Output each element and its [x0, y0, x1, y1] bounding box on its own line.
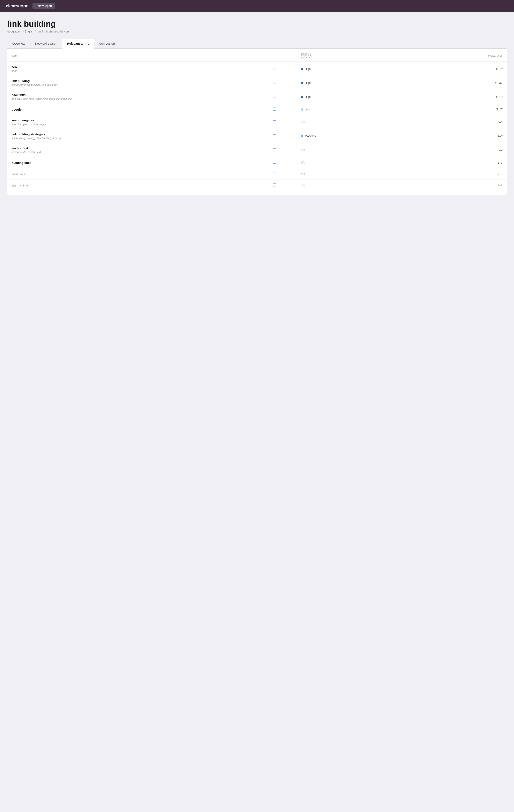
svg-rect-9 [273, 184, 276, 186]
svg-rect-0 [273, 67, 276, 70]
svg-rect-2 [273, 95, 276, 98]
term-name: link building strategies [11, 133, 263, 136]
chat-icon[interactable] [271, 67, 278, 71]
table-header-row: Term Headingpresence Typical uses [7, 49, 507, 62]
term-name: google [11, 108, 263, 111]
col-header-heading: Headingpresence [297, 49, 407, 62]
col-header-uses: Typical uses [407, 49, 507, 62]
tabs: Overview Keyword search Relevant terms C… [7, 39, 507, 49]
term-name: backlinks [11, 93, 263, 97]
typical-uses: 1–3 [407, 168, 507, 180]
table-row: link buildinglink-building, linkbuilding… [7, 76, 507, 90]
tab-relevant-terms[interactable]: Relevant terms [62, 39, 94, 49]
term-name: search engines [11, 118, 263, 122]
chat-icon[interactable] [271, 94, 278, 99]
term-variants: seos [11, 69, 263, 72]
chat-icon[interactable] [271, 134, 278, 138]
heading-presence: High [297, 76, 407, 90]
svg-rect-6 [273, 148, 276, 151]
table-row: internal linksn/a1–2 [7, 180, 507, 191]
typical-uses: 6–18 [407, 62, 507, 76]
term-name: seo [11, 65, 263, 69]
term-variants: link-building, linkbuilding, link_buildi… [11, 83, 263, 86]
chat-icon[interactable] [271, 120, 278, 124]
tab-competitors[interactable]: Competitors [94, 39, 121, 49]
heading-presence: Low [297, 104, 407, 115]
table-row: search enginessearch engine, search-engi… [7, 115, 507, 129]
svg-rect-1 [273, 81, 276, 84]
table-row: backlinksbacklink, back links, back-link… [7, 90, 507, 104]
main-content: link building google.com · English · run… [0, 12, 514, 195]
term-name: building links [11, 161, 263, 165]
table-row: building linksn/a1–2 [7, 157, 507, 168]
page-meta: google.com · English · run 9 minutes ago… [7, 30, 507, 33]
table-row: link building strategieslink building st… [7, 129, 507, 143]
svg-rect-3 [273, 108, 276, 110]
heading-presence: n/a [297, 180, 407, 191]
term-name: internal links [11, 184, 263, 187]
typical-uses: 5–15 [407, 104, 507, 115]
logo: clearscope [6, 3, 28, 9]
table-row: seoseosHigh6–18 [7, 62, 507, 76]
chat-icon[interactable] [271, 81, 278, 85]
heading-presence: High [297, 90, 407, 104]
term-name: link building [11, 79, 263, 83]
col-header-term: Term [7, 49, 267, 62]
heading-presence: High [297, 62, 407, 76]
typical-uses: 3–7 [407, 143, 507, 157]
term-name: anchor text [11, 146, 263, 150]
typical-uses: 1–3 [407, 129, 507, 143]
terms-table: Term Headingpresence Typical uses seoseo… [7, 49, 507, 191]
term-name: build links [11, 172, 263, 176]
svg-rect-5 [273, 134, 276, 137]
tab-overview[interactable]: Overview [7, 39, 30, 49]
table-row: anchor textanchor texts, anchor-textn/a3… [7, 143, 507, 157]
typical-uses: 3–9 [407, 115, 507, 129]
new-report-button[interactable]: + New report [32, 3, 55, 9]
chat-icon[interactable] [271, 148, 278, 152]
typical-uses: 11–31 [407, 76, 507, 90]
table-row: googleLow5–15 [7, 104, 507, 115]
typical-uses: 1–2 [407, 157, 507, 168]
typical-uses: 5–13 [407, 90, 507, 104]
header: clearscope + New report [0, 0, 514, 12]
typical-uses: 1–2 [407, 180, 507, 191]
tab-keyword-search[interactable]: Keyword search [30, 39, 62, 49]
term-variants: link building strategy, link-building st… [11, 137, 263, 140]
svg-rect-4 [273, 120, 276, 123]
heading-presence: n/a [297, 157, 407, 168]
table-row: build linksn/a1–3 [7, 168, 507, 180]
svg-rect-8 [273, 172, 276, 175]
heading-presence: n/a [297, 143, 407, 157]
col-header-icon [267, 49, 297, 62]
table-container: Term Headingpresence Typical uses seoseo… [7, 49, 507, 195]
term-variants: backlink, back links, back-links, back l… [11, 97, 263, 100]
chat-icon[interactable] [271, 172, 278, 176]
chat-icon[interactable] [271, 107, 278, 112]
heading-presence: Moderate [297, 129, 407, 143]
term-variants: search engine, search-engine [11, 122, 263, 126]
page-title: link building [7, 19, 507, 29]
heading-presence: n/a [297, 115, 407, 129]
chat-icon[interactable] [271, 161, 278, 165]
chat-icon[interactable] [271, 183, 278, 187]
svg-rect-7 [273, 161, 276, 164]
term-variants: anchor texts, anchor-text [11, 150, 263, 154]
heading-presence: n/a [297, 168, 407, 180]
run-time: 9 minutes ago [41, 30, 60, 33]
